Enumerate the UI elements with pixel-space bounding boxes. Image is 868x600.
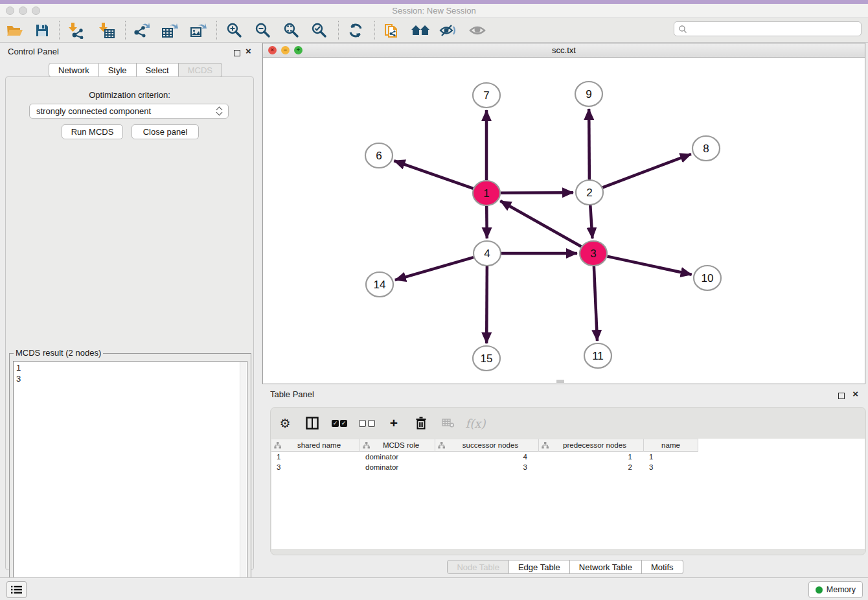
export-table-icon[interactable] [158, 19, 181, 41]
zoom-in-icon[interactable] [223, 19, 246, 41]
cell-mcds-role[interactable]: dominator [360, 463, 435, 471]
cell-mcds-role[interactable]: dominator [360, 453, 435, 461]
graph-edge-1-6[interactable] [394, 161, 473, 189]
graph-node-label: 6 [376, 150, 382, 162]
select-all-icon[interactable]: ✓✓ [330, 414, 348, 432]
refresh-icon[interactable] [344, 19, 367, 41]
maximize-frame-icon[interactable]: + [294, 46, 303, 54]
tab-select[interactable]: Select [137, 63, 179, 77]
close-panel-button[interactable]: Close panel [131, 124, 199, 139]
tab-node-table[interactable]: Node Table [447, 560, 509, 574]
graph-node-label: 3 [590, 248, 596, 260]
duplicate-network-icon[interactable] [380, 19, 404, 41]
minimize-window-button[interactable] [19, 6, 27, 15]
tab-style[interactable]: Style [99, 63, 137, 77]
close-frame-icon[interactable]: × [268, 46, 277, 54]
column-header-successor-nodes[interactable]: successor nodes [435, 439, 539, 452]
graph-edge-1-2[interactable] [501, 192, 573, 193]
tab-network-table[interactable]: Network Table [570, 560, 642, 574]
save-session-icon[interactable] [30, 19, 54, 41]
home-networks-icon[interactable] [409, 19, 432, 41]
run-mcds-button[interactable]: Run MCDS [62, 124, 123, 139]
cell-predecessor-nodes[interactable]: 1 [539, 453, 644, 461]
cell-predecessor-nodes[interactable]: 2 [539, 463, 644, 471]
import-table-icon[interactable] [95, 19, 119, 41]
float-table-panel-icon[interactable] [838, 390, 845, 402]
cell-shared-name[interactable]: 3 [271, 463, 360, 471]
column-header-predecessor-nodes[interactable]: predecessor nodes [539, 439, 644, 452]
zoom-window-button[interactable] [32, 6, 40, 15]
scrollbar-track[interactable] [240, 362, 246, 596]
cell-shared-name[interactable]: 1 [271, 453, 360, 461]
show-columns-icon[interactable] [303, 414, 321, 432]
mcds-result-title: MCDS result (2 nodes) [14, 348, 103, 358]
optimization-criterion-label: Optimization criterion: [6, 90, 253, 100]
export-image-icon[interactable] [187, 19, 210, 41]
column-header-name[interactable]: name [644, 439, 698, 452]
task-history-button[interactable] [6, 581, 27, 598]
criterion-value: strongly connected component [36, 106, 151, 116]
zoom-selected-icon[interactable] [308, 19, 331, 41]
add-column-icon[interactable]: + [385, 414, 403, 432]
search-input[interactable] [687, 25, 857, 34]
tab-network[interactable]: Network [49, 63, 99, 77]
select-stepper-icon [217, 108, 222, 115]
deselect-all-icon[interactable] [358, 414, 376, 432]
network-graph-canvas[interactable]: 7968124314101511 [263, 58, 865, 384]
close-table-panel-icon[interactable]: × [852, 391, 858, 397]
scrollbar-thumb[interactable] [556, 380, 564, 383]
tab-motifs[interactable]: Motifs [642, 560, 683, 574]
table-panel-tabs: Node Table Edge Table Network Table Moti… [262, 560, 868, 574]
table-header-row: shared name MCDS role successor nodes pr… [271, 439, 865, 452]
graph-edge-1-4[interactable] [486, 206, 487, 238]
table-toolbar: ⚙ ✓✓ + f(x) [276, 410, 485, 436]
export-network-icon[interactable] [130, 19, 153, 41]
table-panel-title: Table Panel [270, 389, 314, 399]
close-panel-icon[interactable]: × [246, 48, 251, 54]
column-header-mcds-role[interactable]: MCDS role [360, 439, 435, 452]
graph-edge-4-14[interactable] [395, 257, 474, 280]
table-row[interactable]: 3 dominator 3 2 3 [271, 462, 865, 472]
status-bar: Memory [0, 577, 868, 600]
close-window-button[interactable] [6, 6, 14, 15]
graph-edge-2-8[interactable] [602, 154, 691, 188]
titlebar: Session: New Session [0, 4, 868, 18]
delete-column-trash-icon[interactable] [412, 414, 430, 432]
tab-edge-table[interactable]: Edge Table [509, 560, 570, 574]
cell-successor-nodes[interactable]: 3 [435, 463, 539, 471]
graph-edge-3-1[interactable] [500, 201, 581, 246]
graph-edge-4-15[interactable] [486, 266, 487, 343]
graph-edge-2-9[interactable] [589, 109, 589, 179]
open-session-icon[interactable] [3, 19, 27, 41]
mcds-result-groupbox: MCDS result (2 nodes) 1 3 [9, 353, 251, 600]
import-network-icon[interactable] [65, 19, 88, 41]
memory-button[interactable]: Memory [808, 581, 863, 598]
delete-table-icon-disabled [439, 414, 457, 432]
show-eye-icon-disabled[interactable] [466, 19, 489, 41]
float-panel-icon[interactable] [234, 47, 240, 59]
table-panel-body: ⚙ ✓✓ + f(x) shared name [270, 407, 866, 555]
column-header-shared-name[interactable]: shared name [271, 439, 360, 452]
cell-name[interactable]: 1 [644, 453, 698, 461]
table-settings-gear-icon[interactable]: ⚙ [276, 414, 294, 432]
cell-successor-nodes[interactable]: 4 [435, 453, 539, 461]
zoom-out-icon[interactable] [251, 19, 275, 41]
network-window-titlebar[interactable]: × − + scc.txt [263, 43, 865, 58]
criterion-select[interactable]: strongly connected component [29, 104, 229, 119]
graph-edge-3-11[interactable] [594, 266, 597, 341]
tab-mcds[interactable]: MCDS [179, 63, 222, 77]
hide-annotations-eye-icon[interactable] [437, 19, 460, 41]
graph-edge-3-10[interactable] [607, 257, 691, 275]
zoom-fit-icon[interactable] [280, 19, 303, 41]
minimize-frame-icon[interactable]: − [281, 46, 290, 54]
graph-node-label: 10 [702, 272, 714, 284]
mcds-tab-content: Optimization criterion: strongly connect… [5, 76, 254, 570]
cell-name[interactable]: 3 [644, 463, 698, 471]
table-row[interactable]: 1 dominator 4 1 1 [271, 452, 865, 462]
graph-edge-2-3[interactable] [590, 205, 592, 238]
mcds-result-text[interactable]: 1 3 [13, 361, 247, 597]
graph-node-label: 8 [703, 143, 709, 155]
control-panel-tabs: Network Style Select MCDS [49, 63, 222, 77]
memory-status-icon [816, 586, 823, 594]
toolbar-separator [338, 21, 339, 40]
